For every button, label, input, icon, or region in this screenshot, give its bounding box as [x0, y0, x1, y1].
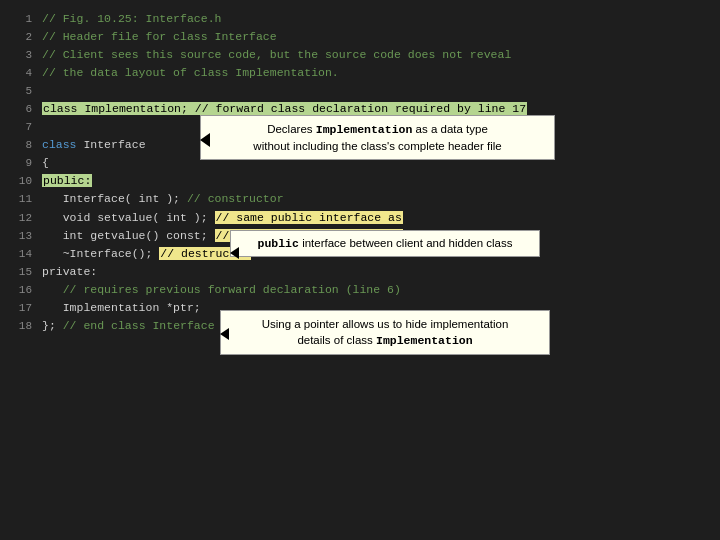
line-num: 16 [14, 282, 32, 299]
code-content: public: [42, 172, 706, 190]
code-line-2: 2 // Header file for class Interface [14, 28, 706, 46]
line-num: 4 [14, 65, 32, 82]
callout-public-interface: public interface between client and hidd… [230, 230, 540, 257]
public-highlight: public: [42, 174, 92, 187]
line-num: 8 [14, 137, 32, 154]
line-num: 17 [14, 300, 32, 317]
callout-pointer-implementation: Using a pointer allows us to hide implem… [220, 310, 550, 355]
arrow-callout3 [220, 328, 229, 340]
line-num: 3 [14, 47, 32, 64]
line-num: 2 [14, 29, 32, 46]
line-num: 13 [14, 228, 32, 245]
code-content: void setvalue( int ); // same public int… [42, 209, 706, 227]
code-line-10: 10 public: [14, 172, 706, 190]
forward-decl-highlight: class Implementation; // forward class d… [42, 102, 527, 115]
code-area: 1 // Fig. 10.25: Interface.h 2 // Header… [0, 0, 720, 540]
code-line-16: 16 // requires previous forward declarat… [14, 281, 706, 299]
arrow-callout2 [230, 247, 239, 259]
code-line-5: 5 [14, 82, 706, 100]
code-line-15: 15 private: [14, 263, 706, 281]
code-line-1: 1 // Fig. 10.25: Interface.h [14, 10, 706, 28]
code-content: // requires previous forward declaration… [42, 281, 706, 299]
code-line-12: 12 void setvalue( int ); // same public … [14, 209, 706, 227]
code-content: private: [42, 263, 706, 281]
line-num: 9 [14, 155, 32, 172]
code-content: // Client sees this source code, but the… [42, 46, 706, 64]
line-num: 12 [14, 210, 32, 227]
line-num: 5 [14, 83, 32, 100]
code-line-3: 3 // Client sees this source code, but t… [14, 46, 706, 64]
code-content: // the data layout of class Implementati… [42, 64, 706, 82]
code-content: Interface( int ); // constructor [42, 190, 706, 208]
line-num: 7 [14, 119, 32, 136]
line-num: 15 [14, 264, 32, 281]
slide: Interface.h (1 of 1) 1 // Fig. 10.25: In… [0, 0, 720, 540]
line-num: 1 [14, 11, 32, 28]
callout-implementation-datatype: Declares Implementation as a data type w… [200, 115, 555, 160]
line-num: 6 [14, 101, 32, 118]
code-content [42, 82, 706, 100]
code-content: // Header file for class Interface [42, 28, 706, 46]
code-content: // Fig. 10.25: Interface.h [42, 10, 706, 28]
line-num: 14 [14, 246, 32, 263]
code-line-11: 11 Interface( int ); // constructor [14, 190, 706, 208]
arrow-callout1 [200, 133, 210, 147]
code-line-4: 4 // the data layout of class Implementa… [14, 64, 706, 82]
impl-highlight: // same public interface as [215, 211, 403, 224]
line-num: 10 [14, 173, 32, 190]
line-num: 18 [14, 318, 32, 335]
line-num: 11 [14, 191, 32, 208]
